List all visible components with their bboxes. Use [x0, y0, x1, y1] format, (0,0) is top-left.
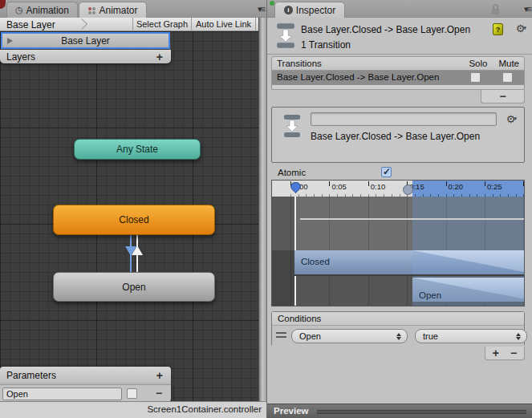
tab-animator-label: Animator — [99, 5, 137, 16]
closed-motion-band[interactable]: Closed — [294, 250, 524, 276]
transition-title: Base Layer.Closed -> Base Layer.Open — [301, 24, 470, 35]
solo-checkbox[interactable] — [470, 72, 481, 83]
add-layer-button[interactable]: + — [156, 51, 163, 63]
mute-checkbox[interactable] — [502, 72, 513, 83]
blend-curve-line — [300, 218, 524, 220]
add-condition-button[interactable]: + — [493, 347, 499, 359]
lock-icon[interactable] — [491, 4, 500, 14]
preview-label: Preview — [274, 406, 308, 416]
help-icon[interactable]: ? — [493, 23, 503, 35]
condition-value: true — [423, 331, 516, 341]
tab-animation[interactable]: ◷ Animation — [6, 2, 78, 18]
closed-node-label: Closed — [119, 214, 148, 225]
transitions-section-header: Transitions Solo Mute — [271, 56, 525, 71]
ruler-tick-label: 0:10 — [371, 182, 386, 191]
tab-animator[interactable]: Animator — [79, 2, 147, 18]
open-motion-band[interactable]: Open — [412, 278, 524, 302]
state-node-open[interactable]: Open — [53, 272, 215, 302]
ruler-tick-label: 0:25 — [487, 182, 502, 191]
transition-name-input[interactable] — [311, 112, 497, 126]
parameter-bool-checkbox[interactable] — [127, 388, 137, 399]
layer-list-item-base-layer[interactable]: Base Layer — [1, 32, 170, 49]
breadcrumb[interactable]: Base Layer — [6, 19, 55, 30]
animator-tabbar: ◷ Animation Animator ▾≡ — [0, 0, 266, 18]
layer-play-icon — [7, 38, 13, 44]
transition-start-marker[interactable] — [403, 185, 413, 195]
transition-row-label: Base Layer.Closed -> Base Layer.Open — [277, 72, 439, 82]
parameters-header: Parameters + — [0, 367, 171, 384]
inspector-menu-icon[interactable]: ▾≡ — [524, 4, 530, 14]
auto-live-link-button[interactable]: Auto Live Link — [191, 18, 256, 30]
closed-band-label: Closed — [301, 257, 330, 266]
transition-detail-box: ⚙▾ Base Layer.Closed -> Base Layer.Open — [271, 107, 525, 163]
remove-condition-button[interactable]: − — [510, 347, 517, 359]
transition-arrowhead-up-icon — [132, 246, 143, 255]
tab-inspector[interactable]: i Inspector — [274, 2, 345, 18]
tab-animation-label: Animation — [26, 5, 69, 16]
any-state-label: Any State — [116, 144, 158, 155]
inspector-header: Base Layer.Closed -> Base Layer.Open 1 T… — [267, 18, 532, 55]
animator-toolbar: Base Layer Select Graph Auto Live Link — [0, 18, 266, 31]
preview-bar[interactable]: Preview — [267, 404, 532, 418]
timeline-pre-zero-zone — [272, 197, 294, 306]
dropdown-arrows-icon — [396, 333, 401, 340]
panel-splitter[interactable] — [258, 18, 266, 401]
transitions-label: Transitions — [277, 59, 469, 68]
transition-gear-icon[interactable]: ⚙▾ — [506, 113, 517, 125]
conditions-buttons: + − — [485, 347, 525, 360]
atomic-checkbox[interactable] — [381, 167, 392, 177]
mute-column-label: Mute — [498, 59, 519, 68]
unity-editor-window: ◷ Animation Animator ▾≡ Base Layer Selec… — [0, 0, 532, 418]
window-edge-fragment — [0, 0, 6, 9]
open-band-label: Open — [419, 290, 441, 300]
lock-body — [492, 9, 499, 14]
layer-item-label: Base Layer — [13, 35, 158, 47]
playhead-marker[interactable] — [290, 182, 301, 196]
panel-menu-icon[interactable]: ▾≡ — [258, 4, 264, 14]
select-graph-button[interactable]: Select Graph — [132, 18, 191, 30]
condition-drag-handle[interactable] — [276, 332, 286, 338]
animator-icon — [87, 6, 95, 14]
breadcrumb-chevron-icon — [76, 18, 87, 30]
timeline-ruler[interactable]: 0:000:050:100:150:200:251 — [272, 181, 524, 197]
condition-row: Open true — [272, 326, 524, 347]
gear-icon[interactable]: ⚙▾ — [516, 22, 526, 34]
remove-parameter-button[interactable]: − — [156, 387, 162, 400]
auto-live-link-label: Auto Live Link — [196, 19, 251, 29]
solo-column-label: Solo — [469, 59, 487, 68]
ruler-tick-label: 0:05 — [331, 182, 347, 191]
condition-value-dropdown[interactable]: true — [415, 329, 527, 343]
layers-header: Layers + — [0, 50, 171, 63]
tab-inspector-label: Inspector — [296, 5, 335, 16]
inspector-panel: i Inspector ▾≡ Base Layer.Closed -> Base… — [266, 0, 532, 418]
transition-list-row[interactable]: Base Layer.Closed -> Base Layer.Open — [271, 71, 525, 85]
condition-parameter-dropdown[interactable]: Open — [291, 329, 408, 343]
animator-panel: ◷ Animation Animator ▾≡ Base Layer Selec… — [0, 0, 266, 418]
remove-transition-box: − — [481, 90, 525, 103]
controller-path-label: Screen1Container.controller — [147, 404, 262, 414]
transition-icon — [283, 114, 301, 140]
transition-timeline[interactable]: 0:000:050:100:150:200:251 Closed Open — [271, 180, 525, 306]
atomic-label: Atomic — [278, 168, 306, 177]
select-graph-label: Select Graph — [136, 19, 188, 29]
state-node-any-state[interactable]: Any State — [74, 139, 201, 160]
transition-detail-label: Base Layer.Closed -> Base Layer.Open — [311, 131, 480, 142]
conditions-section: Conditions Open true — [271, 311, 525, 347]
parameter-name-input[interactable] — [2, 388, 122, 400]
open-node-label: Open — [122, 282, 145, 293]
parameter-row: − — [0, 384, 171, 402]
condition-parameter-value: Open — [299, 331, 396, 341]
layers-label: Layers — [6, 51, 156, 63]
inspector-tabbar: i Inspector ▾≡ — [267, 0, 532, 18]
ruler-tick-label: 0:20 — [449, 182, 464, 191]
conditions-label: Conditions — [278, 314, 321, 323]
add-parameter-button[interactable]: + — [156, 369, 163, 382]
remove-transition-button[interactable]: − — [499, 90, 506, 103]
parameters-label: Parameters — [6, 370, 156, 381]
clock-icon: ◷ — [15, 5, 23, 15]
info-icon: i — [284, 6, 293, 14]
dropdown-arrows-icon — [516, 333, 521, 340]
conditions-header: Conditions — [272, 312, 524, 326]
controller-status-bar: Screen1Container.controller — [0, 401, 266, 418]
state-node-closed[interactable]: Closed — [53, 205, 215, 235]
